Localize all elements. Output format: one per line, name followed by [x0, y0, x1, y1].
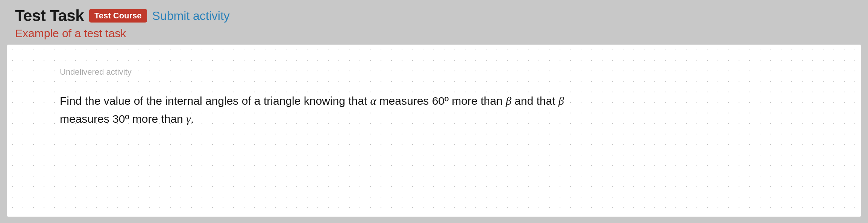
alpha-symbol: α: [370, 95, 376, 107]
problem-text: Find the value of the internal angles of…: [60, 92, 737, 128]
gamma-symbol: γ: [186, 113, 191, 125]
submit-activity-link[interactable]: Submit activity: [152, 9, 230, 23]
problem-line2: measures 30º more than γ.: [60, 113, 194, 125]
header-top-row: Test Task Test Course Submit activity: [15, 7, 853, 25]
page-subtitle: Example of a test task: [15, 27, 853, 40]
content-inner: Undelivered activity Find the value of t…: [7, 45, 861, 143]
content-area: Undelivered activity Find the value of t…: [7, 44, 861, 217]
problem-line1: Find the value of the internal angles of…: [60, 95, 564, 107]
undelivered-label: Undelivered activity: [60, 67, 808, 77]
course-badge: Test Course: [89, 9, 147, 23]
beta1-symbol: β: [506, 95, 511, 107]
problem-prefix: Find the value of the internal angles of…: [60, 95, 370, 107]
page-title: Test Task: [15, 7, 84, 25]
beta2-symbol: β: [558, 95, 564, 107]
problem-suffix: and that: [511, 95, 558, 107]
problem-line2-prefix: measures 30º more than: [60, 113, 186, 125]
problem-line2-suffix: .: [191, 113, 194, 125]
page-header: Test Task Test Course Submit activity Ex…: [0, 0, 868, 44]
problem-middle: measures 60º more than: [376, 95, 505, 107]
